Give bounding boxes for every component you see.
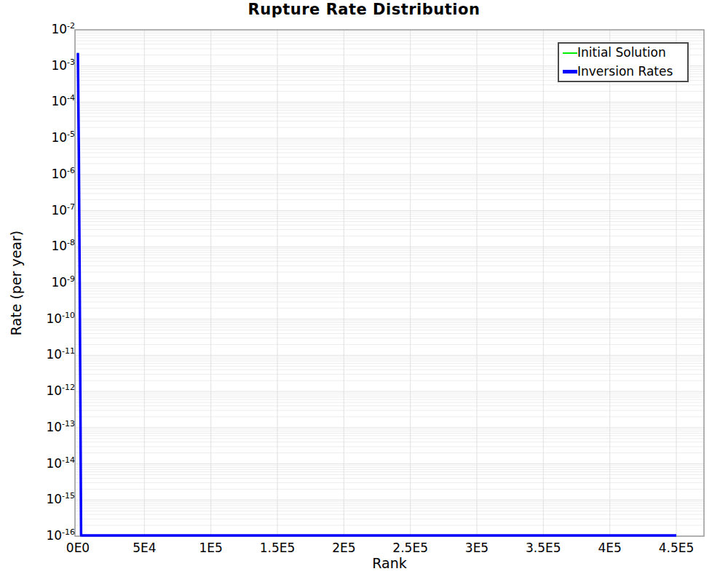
y-tick-label: 10-5 — [51, 129, 75, 145]
x-axis-title: Rank — [372, 555, 406, 571]
y-tick-label: 10-9 — [51, 274, 75, 290]
x-tick-label: 2E5 — [311, 541, 376, 555]
legend-item-inversion-rates: Inversion Rates — [563, 63, 687, 81]
y-tick-label: 10-8 — [51, 238, 75, 253]
legend-label: Initial Solution — [577, 47, 666, 59]
plot-area — [0, 0, 728, 582]
chart-canvas: Rupture Rate Distribution 10-210-310-410… — [0, 0, 728, 582]
x-tick-label: 3E5 — [444, 541, 510, 555]
y-tick-label: 10-2 — [51, 21, 75, 36]
y-tick-label: 10-3 — [51, 57, 75, 73]
y-tick-label: 10-15 — [46, 491, 75, 506]
y-tick-label: 10-7 — [51, 202, 75, 218]
y-tick-label: 10-11 — [46, 346, 75, 362]
y-tick-label: 10-6 — [51, 166, 75, 181]
legend-item-initial-solution: Initial Solution — [563, 44, 687, 63]
y-tick-label: 10-13 — [46, 419, 75, 434]
blue-line-sample-icon — [563, 70, 577, 73]
x-tick-label: 5E4 — [111, 541, 177, 555]
x-tick-label: 0E0 — [45, 541, 111, 555]
y-tick-label: 10-14 — [46, 455, 75, 471]
x-tick-label: 3.5E5 — [510, 541, 576, 555]
x-tick-label: 1.5E5 — [245, 541, 310, 555]
y-tick-label: 10-4 — [51, 93, 75, 108]
y-tick-label: 10-10 — [46, 311, 75, 326]
x-tick-label: 2.5E5 — [378, 541, 443, 555]
x-tick-label: 1E5 — [178, 541, 244, 555]
legend: Initial Solution Inversion Rates — [558, 42, 689, 82]
x-tick-label: 4E5 — [577, 541, 643, 555]
y-axis-title: Rate (per year) — [8, 231, 24, 335]
x-tick-label: 4.5E5 — [644, 541, 709, 555]
green-line-sample-icon — [563, 52, 577, 54]
y-tick-label: 10-12 — [46, 383, 75, 398]
legend-label: Inversion Rates — [577, 65, 673, 78]
